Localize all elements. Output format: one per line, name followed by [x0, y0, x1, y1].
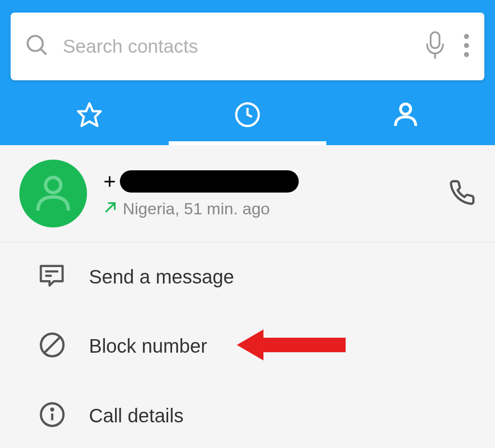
- svg-line-1: [41, 49, 46, 54]
- avatar: [19, 160, 87, 227]
- microphone-icon[interactable]: [424, 31, 446, 62]
- block-icon: [39, 331, 67, 360]
- search-input[interactable]: [63, 36, 424, 57]
- more-options-icon[interactable]: [463, 33, 470, 60]
- contact-location-time: Nigeria, 51 min. ago: [123, 199, 270, 218]
- menu-label-send-message: Send a message: [89, 266, 234, 288]
- svg-point-4: [464, 34, 469, 39]
- number-prefix: +: [103, 169, 116, 194]
- star-icon: [76, 101, 103, 130]
- svg-point-5: [464, 43, 469, 48]
- svg-point-0: [28, 36, 43, 51]
- svg-rect-2: [431, 32, 439, 48]
- menu-block-number[interactable]: Block number: [0, 311, 495, 381]
- svg-point-10: [45, 178, 61, 193]
- tab-recents[interactable]: [169, 86, 327, 145]
- contact-meta: Nigeria, 51 min. ago: [103, 199, 449, 218]
- svg-line-11: [106, 203, 115, 212]
- menu-label-call-details: Call details: [89, 405, 184, 427]
- tabs: [11, 86, 484, 145]
- phone-icon[interactable]: [449, 179, 476, 208]
- svg-point-9: [400, 104, 410, 114]
- svg-line-15: [44, 337, 60, 353]
- search-bar[interactable]: [11, 13, 484, 80]
- contact-info: + Nigeria, 51 min. ago: [103, 169, 449, 218]
- svg-marker-17: [237, 329, 346, 360]
- tab-contacts[interactable]: [326, 86, 484, 145]
- menu-call-details[interactable]: Call details: [0, 381, 495, 448]
- outgoing-call-icon: [103, 199, 117, 218]
- clock-icon: [234, 101, 261, 130]
- svg-point-6: [464, 52, 469, 57]
- menu-label-block-number: Block number: [89, 335, 207, 357]
- person-icon: [392, 101, 419, 130]
- message-icon: [39, 263, 67, 291]
- contact-number: +: [103, 169, 449, 194]
- tab-favorites[interactable]: [11, 86, 169, 145]
- search-icon: [25, 33, 49, 60]
- info-icon: [39, 401, 67, 430]
- annotation-arrow: [237, 326, 348, 366]
- contact-row[interactable]: + Nigeria, 51 min. ago: [0, 145, 495, 242]
- header: [0, 0, 495, 145]
- redacted-number: [120, 170, 299, 193]
- menu-send-message[interactable]: Send a message: [0, 242, 495, 311]
- svg-marker-7: [78, 104, 101, 126]
- content: + Nigeria, 51 min. ago: [0, 145, 495, 448]
- svg-point-20: [51, 409, 53, 411]
